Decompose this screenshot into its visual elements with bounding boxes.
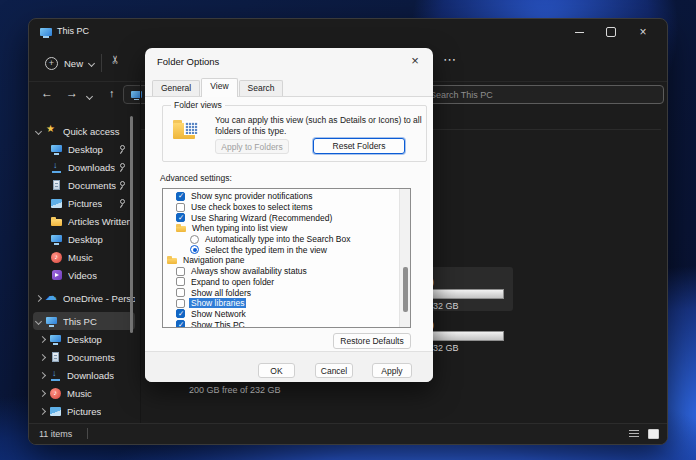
recent-locations-chevron-icon[interactable] [86,93,93,100]
maximize-button[interactable] [595,19,627,45]
cancel-button[interactable]: Cancel [315,363,353,378]
advanced-setting-row[interactable]: Show all folders [163,287,410,298]
sidebar-item-videos[interactable]: Videos [33,266,135,284]
picture-icon [50,406,61,417]
advanced-setting-row[interactable]: Show This PC [163,319,410,328]
sidebar-item-desktop[interactable]: Desktop [33,140,135,158]
chevron-down-icon[interactable] [35,127,42,134]
reset-folders-button[interactable]: Reset Folders [313,138,405,154]
checkbox-icon[interactable] [176,309,185,318]
sidebar-item-label: This PC [63,316,97,327]
sidebar-item-label: Documents [67,352,115,363]
checkbox-icon[interactable] [176,267,185,276]
close-button[interactable]: × [627,19,659,45]
tree-folder-icon [176,224,186,233]
folder-views-description: You can apply this view (such as Details… [215,115,423,136]
maximize-icon [606,27,616,37]
sidebar-item-label: Desktop [67,334,102,345]
checkbox-icon[interactable] [176,320,185,328]
drive-size-fragment: 32 GB [433,343,459,353]
checkbox-icon[interactable] [176,299,185,308]
sidebar-item-pictures[interactable]: Pictures [33,402,135,420]
checkbox-icon[interactable] [176,288,185,297]
advanced-setting-row[interactable]: Select the typed item in the view [163,244,410,255]
chevron-right-icon[interactable] [39,353,46,360]
forward-button[interactable]: → [66,86,78,100]
cut-icon[interactable]: ✂ [109,55,122,64]
sidebar-item-music[interactable]: Music [33,248,135,266]
chevron-right-icon[interactable] [35,294,42,301]
advanced-setting-row[interactable]: Show sync provider notifications [163,191,410,202]
sidebar-item-label: Videos [68,270,97,281]
checkbox-icon[interactable] [176,213,185,222]
close-icon: × [411,53,419,68]
picture-icon [51,198,62,209]
apply-to-folders-button[interactable]: Apply to Folders [215,139,289,154]
advanced-setting-row[interactable]: Automatically type into the Search Box [163,234,410,245]
minimize-icon [575,32,584,33]
new-button[interactable]: + New [39,52,100,74]
back-button[interactable]: ← [41,86,53,100]
sidebar-item-label: OneDrive - Person [63,293,135,304]
sidebar-item-desktop[interactable]: Desktop [33,330,135,348]
pin-icon [117,163,126,172]
list-scrollbar-thumb[interactable] [403,267,408,312]
advanced-setting-row[interactable]: Always show availability status [163,266,410,277]
checkbox-icon[interactable] [176,277,185,286]
advanced-setting-label: Show libraries [189,298,246,308]
large-icons-view-button[interactable] [646,428,660,440]
sidebar-item-onedrive[interactable]: OneDrive - Person [33,289,135,307]
sidebar-item-documents[interactable]: Documents [33,348,135,366]
sidebar-item-this-pc[interactable]: This PC [33,312,135,330]
desktop-icon [51,144,62,155]
ok-button[interactable]: OK [258,363,295,378]
sidebar-item-music[interactable]: Music [33,384,135,402]
download-icon [50,370,61,381]
sidebar-item-downloads[interactable]: Downloads [33,158,135,176]
minimize-button[interactable] [563,19,595,45]
up-button[interactable]: ↑ [109,87,115,99]
chevron-right-icon[interactable] [39,407,46,414]
apply-button[interactable]: Apply [372,363,412,378]
details-view-button[interactable] [627,428,641,440]
status-divider [87,428,88,439]
advanced-setting-row[interactable]: Use check boxes to select items [163,202,410,213]
folder-views-icon [173,119,199,140]
titlebar[interactable]: This PC × [29,19,667,46]
advanced-settings-list: Show sync provider notificationsUse chec… [162,188,411,328]
sidebar-scrollbar[interactable] [130,116,133,333]
radio-icon[interactable] [190,245,199,254]
tab-search[interactable]: Search [239,80,284,96]
checkbox-icon[interactable] [176,203,185,212]
sidebar-item-label: Articles Written [68,216,132,227]
advanced-setting-row[interactable]: When typing into list view [163,223,410,234]
music-icon [51,252,62,263]
search-input[interactable] [421,85,664,104]
restore-defaults-button[interactable]: Restore Defaults [333,333,411,349]
list-scrollbar[interactable] [399,189,410,327]
sidebar-item-downloads[interactable]: Downloads [33,366,135,384]
desktop-icon [50,334,61,345]
sidebar-item-documents[interactable]: Documents [33,176,135,194]
tab-view[interactable]: View [201,78,237,97]
advanced-setting-row[interactable]: Expand to open folder [163,277,410,288]
dialog-close-button[interactable]: × [407,52,423,68]
this-pc-icon [40,27,52,38]
tab-general[interactable]: General [152,80,200,96]
chevron-down-icon[interactable] [35,317,42,324]
advanced-setting-row[interactable]: Show Network [163,309,410,320]
advanced-setting-row[interactable]: Use Sharing Wizard (Recommended) [163,212,410,223]
chevron-right-icon[interactable] [39,389,46,396]
sidebar-item-quick-access[interactable]: Quick access [33,122,135,140]
sidebar-item-desktop[interactable]: Desktop [33,230,135,248]
sidebar-item-articles-written[interactable]: Articles Written [33,212,135,230]
checkbox-icon[interactable] [176,192,185,201]
chevron-right-icon[interactable] [39,335,46,342]
advanced-setting-row[interactable]: Show libraries [163,298,410,309]
sidebar-item-pictures[interactable]: Pictures [33,194,135,212]
chevron-right-icon[interactable] [39,371,46,378]
sidebar-item-label: Documents [68,180,116,191]
radio-icon[interactable] [190,235,199,244]
see-more-button[interactable]: ⋯ [443,52,457,67]
advanced-setting-row[interactable]: Navigation pane [163,255,410,266]
